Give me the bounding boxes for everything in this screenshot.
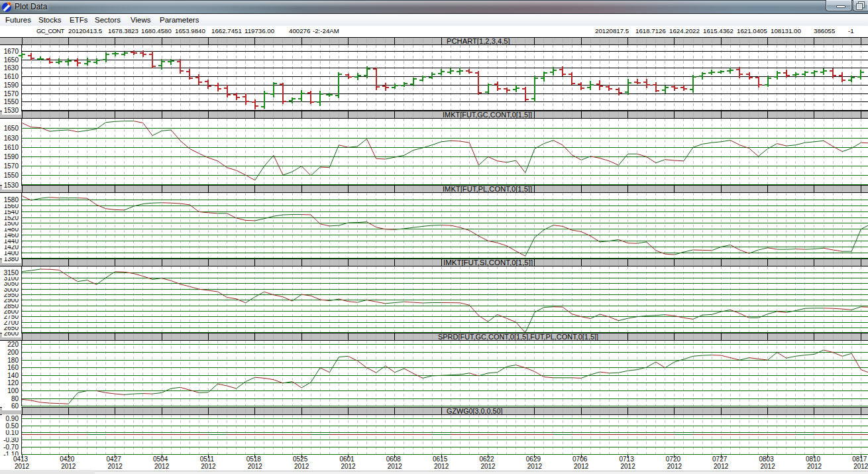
svg-text:-0.30: -0.30 bbox=[3, 436, 19, 444]
svg-text:80: 80 bbox=[11, 395, 19, 402]
svg-text:2012: 2012 bbox=[527, 463, 543, 470]
svg-text:0601: 0601 bbox=[339, 455, 354, 463]
svg-text:-0.70: -0.70 bbox=[3, 444, 19, 451]
svg-text:1570: 1570 bbox=[4, 162, 19, 170]
svg-text:2012: 2012 bbox=[61, 463, 76, 470]
svg-text:0.90: 0.90 bbox=[6, 415, 19, 422]
svg-text:0504: 0504 bbox=[153, 455, 168, 463]
svg-text:2012: 2012 bbox=[480, 463, 496, 470]
svg-text:1610: 1610 bbox=[4, 144, 19, 151]
svg-text:200: 200 bbox=[7, 349, 19, 356]
svg-text:0720: 0720 bbox=[666, 455, 681, 463]
svg-text:2012: 2012 bbox=[294, 463, 309, 470]
svg-text:1570: 1570 bbox=[4, 90, 19, 97]
svg-text:0810: 0810 bbox=[806, 455, 821, 463]
svg-text:0817: 0817 bbox=[852, 455, 867, 463]
svg-text:2012: 2012 bbox=[853, 463, 868, 470]
svg-text:0511: 0511 bbox=[200, 455, 215, 463]
svg-text:1550: 1550 bbox=[4, 172, 19, 179]
svg-text:2012: 2012 bbox=[620, 463, 635, 470]
svg-text:0803: 0803 bbox=[759, 455, 774, 463]
svg-text:2012: 2012 bbox=[388, 463, 403, 470]
svg-text:2012: 2012 bbox=[248, 463, 263, 470]
svg-text:1530: 1530 bbox=[4, 182, 19, 189]
svg-text:0622: 0622 bbox=[479, 455, 494, 463]
svg-text:1590: 1590 bbox=[4, 82, 19, 89]
svg-text:0727: 0727 bbox=[712, 455, 728, 463]
svg-text:0615: 0615 bbox=[433, 455, 448, 463]
svg-text:1550: 1550 bbox=[4, 98, 19, 105]
svg-text:1590: 1590 bbox=[4, 153, 19, 160]
svg-text:2012: 2012 bbox=[760, 463, 775, 470]
svg-text:3150: 3150 bbox=[4, 269, 19, 276]
svg-text:180: 180 bbox=[7, 357, 19, 364]
svg-text:0.50: 0.50 bbox=[6, 422, 19, 430]
svg-text:IMKT[FUT,SI,CONT,0[1,5]]: IMKT[FUT,SI,CONT,0[1,5]] bbox=[443, 259, 533, 267]
svg-text:2012: 2012 bbox=[434, 463, 449, 470]
svg-text:2012: 2012 bbox=[154, 463, 170, 470]
svg-text:1650: 1650 bbox=[4, 125, 19, 132]
svg-text:120: 120 bbox=[7, 379, 19, 386]
svg-text:2012: 2012 bbox=[807, 463, 822, 470]
svg-text:2012: 2012 bbox=[574, 463, 589, 470]
svg-text:1670: 1670 bbox=[4, 48, 19, 55]
svg-text:0713: 0713 bbox=[619, 455, 634, 463]
svg-text:60: 60 bbox=[11, 402, 19, 410]
svg-text:0.10: 0.10 bbox=[6, 429, 19, 436]
svg-text:1650: 1650 bbox=[4, 56, 19, 64]
svg-text:1630: 1630 bbox=[4, 135, 19, 142]
svg-text:0427: 0427 bbox=[107, 455, 122, 463]
svg-text:160: 160 bbox=[7, 364, 19, 371]
svg-text:100: 100 bbox=[7, 387, 19, 394]
svg-text:140: 140 bbox=[7, 372, 19, 379]
svg-text:2012: 2012 bbox=[667, 463, 682, 470]
svg-text:0525: 0525 bbox=[293, 455, 308, 463]
svg-text:0518: 0518 bbox=[246, 455, 262, 463]
svg-text:220: 220 bbox=[7, 341, 19, 348]
svg-text:0608: 0608 bbox=[386, 455, 402, 463]
svg-text:IMKT[FUT,GC,CONT,0[1,5]]: IMKT[FUT,GC,CONT,0[1,5]] bbox=[443, 111, 532, 119]
svg-text:2012: 2012 bbox=[714, 463, 729, 470]
svg-text:PCHART[1,2,3,4,5]: PCHART[1,2,3,4,5] bbox=[447, 38, 510, 45]
svg-text:0706: 0706 bbox=[572, 455, 588, 463]
svg-text:0413: 0413 bbox=[13, 455, 28, 463]
svg-text:2012: 2012 bbox=[341, 463, 356, 470]
svg-text:SPRD[FUT,GC,CONT,0[1,5],FUT,PL: SPRD[FUT,GC,CONT,0[1,5],FUT,PL,CONT,0[1,… bbox=[438, 333, 598, 341]
svg-text:GZWG0[3,0,0,50]: GZWG0[3,0,0,50] bbox=[447, 408, 503, 415]
svg-text:0629: 0629 bbox=[526, 455, 541, 463]
svg-text:2012: 2012 bbox=[201, 463, 216, 470]
svg-text:1610: 1610 bbox=[4, 73, 19, 80]
svg-text:1630: 1630 bbox=[4, 64, 19, 72]
svg-text:1530: 1530 bbox=[4, 107, 19, 114]
svg-text:1580: 1580 bbox=[4, 196, 19, 204]
svg-text:2012: 2012 bbox=[15, 463, 30, 470]
svg-text:0420: 0420 bbox=[60, 455, 75, 463]
svg-text:2012: 2012 bbox=[108, 463, 123, 470]
svg-text:IMKT[FUT,PL,CONT,0[1,5]]: IMKT[FUT,PL,CONT,0[1,5]] bbox=[443, 186, 532, 193]
